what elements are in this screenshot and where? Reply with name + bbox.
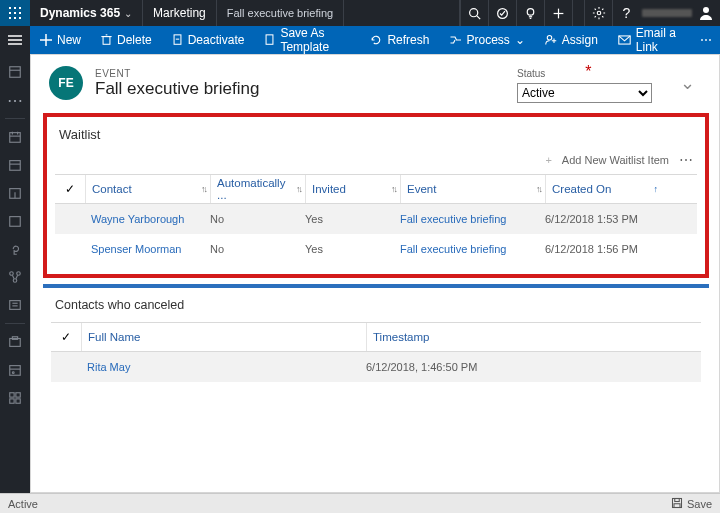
svg-rect-55 [10,366,21,376]
sidebar-item[interactable] [0,328,30,356]
sidebar-item[interactable] [0,235,30,263]
svg-rect-64 [674,503,680,507]
area-label[interactable]: Marketing [143,0,217,26]
plus-icon[interactable] [544,0,572,26]
svg-rect-2 [19,7,21,9]
left-sidebar: ⋯ [0,54,30,493]
sidebar-item[interactable] [0,356,30,384]
settings-icon[interactable] [584,0,612,26]
search-icon[interactable] [460,0,488,26]
col-auto[interactable]: Automatically ... [217,177,292,201]
col-fullname[interactable]: Full Name [88,331,140,343]
svg-rect-61 [16,399,20,403]
topbar-divider [572,0,584,26]
sort-icon[interactable]: ↑↓ [296,184,301,194]
expand-chevron-icon[interactable]: ⌄ [674,72,701,94]
process-button[interactable]: Process⌄ [439,26,534,54]
sidebar-toggle-icon[interactable] [0,26,30,54]
save-as-template-button[interactable]: Save As Template [254,26,360,54]
more-commands-icon[interactable]: ⋯ [692,26,720,54]
email-link-button[interactable]: Email a Link [608,26,692,54]
sort-icon[interactable]: ↑↓ [201,184,206,194]
event-link[interactable]: Fall executive briefing [400,213,545,225]
svg-point-30 [547,36,552,41]
svg-rect-36 [10,133,21,143]
contact-link[interactable]: Spenser Moorman [85,243,210,255]
help-icon[interactable]: ? [612,0,640,26]
product-switcher[interactable]: Dynamics 365 ⌄ [30,0,143,26]
save-button[interactable]: Save [687,498,712,510]
svg-line-10 [477,15,480,18]
status-label: Status [517,68,545,79]
table-row[interactable]: Rita May 6/12/2018, 1:46:50 PM [51,352,701,382]
select-all-checkbox[interactable]: ✓ [55,182,85,196]
more-icon[interactable]: ⋯ [679,152,693,168]
contact-link[interactable]: Rita May [81,361,366,373]
sort-icon[interactable]: ↑↓ [391,184,396,194]
bulb-icon[interactable] [516,0,544,26]
col-timestamp[interactable]: Timestamp [373,331,429,343]
svg-point-45 [10,272,14,276]
chevron-down-icon: ⌄ [124,8,132,19]
app-launcher-icon[interactable] [0,0,30,26]
topbar-spacer [344,0,460,26]
avatar-icon [698,5,714,21]
svg-rect-1 [14,7,16,9]
sort-icon[interactable]: ↑↓ [536,184,541,194]
user-menu[interactable] [640,0,720,26]
breadcrumb-page[interactable]: Fall executive briefing [217,0,344,26]
status-select[interactable]: Active [517,83,652,103]
table-row[interactable]: Spenser Moorman No Yes Fall executive br… [55,234,697,264]
svg-rect-0 [9,7,11,9]
col-contact[interactable]: Contact [92,183,132,195]
svg-point-12 [527,8,534,15]
sidebar-item[interactable] [0,384,30,412]
svg-rect-24 [103,37,110,45]
svg-rect-8 [19,17,21,19]
sidebar-item[interactable] [0,179,30,207]
svg-point-46 [17,272,21,276]
col-invited[interactable]: Invited [312,183,346,195]
new-button[interactable]: New [30,26,91,54]
add-waitlist-item-button[interactable]: Add New Waitlist Item [562,154,669,166]
svg-rect-40 [10,161,21,171]
required-asterisk: * [585,63,591,80]
canceled-section: Contacts who canceled ✓ Full Name Timest… [43,284,709,388]
record-badge: FE [49,66,83,100]
col-created[interactable]: Created On [552,183,611,195]
select-all-checkbox[interactable]: ✓ [51,330,81,344]
sidebar-item[interactable]: ⋯ [0,86,30,114]
sidebar-item[interactable] [0,123,30,151]
sidebar-item[interactable] [0,291,30,319]
chevron-down-icon: ⌄ [515,33,525,47]
table-row[interactable]: Wayne Yarborough No Yes Fall executive b… [55,204,697,234]
event-link[interactable]: Fall executive briefing [400,243,545,255]
page-title: Fall executive briefing [95,79,259,99]
contact-link[interactable]: Wayne Yarborough [85,213,210,225]
svg-rect-60 [10,399,14,403]
svg-point-18 [703,7,709,13]
waitlist-section: Waitlist + Add New Waitlist Item ⋯ ✓ Con… [43,113,709,278]
col-event[interactable]: Event [407,183,436,195]
svg-rect-4 [14,12,16,14]
assign-button[interactable]: Assign [535,26,608,54]
sidebar-item[interactable] [0,151,30,179]
svg-rect-50 [10,301,21,310]
plus-icon: + [545,154,551,166]
sidebar-item[interactable] [0,58,30,86]
sidebar-item[interactable] [0,263,30,291]
svg-rect-6 [9,17,11,19]
deactivate-button[interactable]: Deactivate [162,26,255,54]
svg-rect-34 [10,67,21,78]
sort-icon[interactable]: ↑ [654,184,657,194]
svg-line-49 [16,275,18,279]
waitlist-title: Waitlist [59,127,697,142]
task-icon[interactable] [488,0,516,26]
refresh-button[interactable]: Refresh [360,26,439,54]
svg-line-48 [12,275,14,279]
delete-button[interactable]: Delete [91,26,162,54]
save-icon [671,497,683,511]
sidebar-item[interactable] [0,207,30,235]
product-label: Dynamics 365 [40,6,120,20]
footer-status: Active [8,498,38,510]
